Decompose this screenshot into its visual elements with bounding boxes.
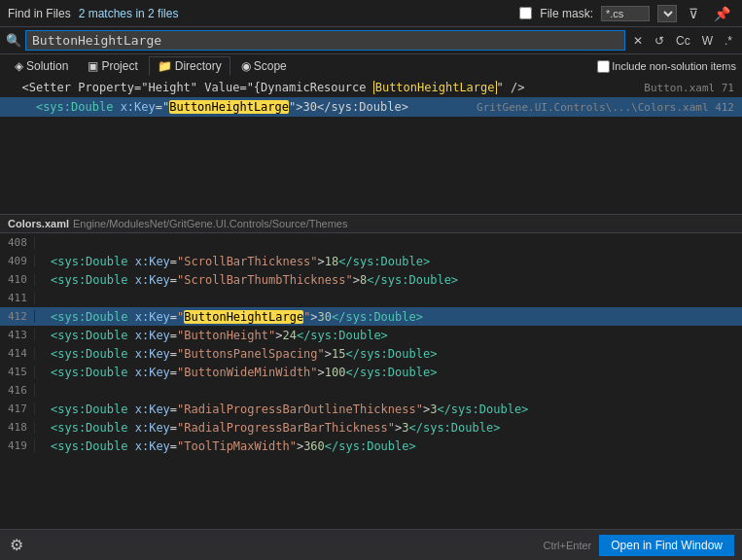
- bottom-bar: ⚙ Ctrl+Enter Open in Find Window: [0, 529, 742, 560]
- result-text: <Setter Property="Height" Value="{Dynami…: [8, 81, 640, 94]
- code-line: 417<sys:Double x:Key="RadialProgressBarO…: [0, 400, 742, 418]
- solution-icon: ◈: [15, 59, 23, 73]
- scope-row: ◈ Solution ▣ Project 📁 Directory ◉ Scope…: [0, 54, 742, 78]
- line-content: <sys:Double x:Key="RadialProgressBarOutl…: [35, 402, 742, 416]
- line-number: 409: [0, 255, 35, 267]
- settings-gear-button[interactable]: ⚙: [8, 534, 25, 556]
- scope-icon: ◉: [241, 59, 251, 73]
- code-line: 410<sys:Double x:Key="ScrollBarThumbThic…: [0, 270, 742, 289]
- code-line: 418<sys:Double x:Key="RadialProgressBarB…: [0, 418, 742, 437]
- code-line: 416: [0, 381, 742, 400]
- code-line: 409<sys:Double x:Key="ScrollBarThickness…: [0, 252, 742, 270]
- line-number: 419: [0, 439, 35, 452]
- file-mask-input[interactable]: [601, 6, 650, 21]
- include-non-solution-checkbox[interactable]: [597, 60, 610, 73]
- clear-search-button[interactable]: ✕: [629, 33, 647, 49]
- empty-spacer: [0, 136, 742, 214]
- line-content: <sys:Double x:Key="ButtonWideMinWidth">1…: [35, 366, 742, 379]
- code-line: 411: [0, 289, 742, 307]
- code-line: 414<sys:Double x:Key="ButtonsPanelSpacin…: [0, 344, 742, 363]
- line-content: <sys:Double x:Key="RadialProgressBarBarT…: [35, 421, 742, 435]
- pin-icon-button[interactable]: 📌: [710, 4, 734, 23]
- find-in-files-panel: Find in Files 2 matches in 2 files File …: [0, 0, 742, 560]
- result-meta: Button.xaml 71: [644, 82, 734, 94]
- file-name: Colors.xaml: [8, 218, 69, 229]
- line-content: <sys:Double x:Key="ScrollBarThumbThickne…: [35, 273, 742, 287]
- regex-button[interactable]: .*: [721, 33, 736, 49]
- result-meta: GritGene.UI.Controls\...\Colors.xaml 412: [477, 101, 734, 114]
- tab-scope[interactable]: ◉ Scope: [232, 56, 296, 76]
- result-highlight: ButtonHeightLarge: [373, 81, 497, 94]
- directory-icon: 📁: [158, 59, 172, 73]
- whole-word-button[interactable]: W: [698, 33, 717, 49]
- match-count: 2 matches in 2 files: [79, 7, 179, 20]
- result-text: <sys:Double x:Key="ButtonHeightLarge">30…: [8, 100, 473, 114]
- code-line: 412<sys:Double x:Key="ButtonHeightLarge"…: [0, 307, 742, 326]
- code-line: 419<sys:Double x:Key="ToolTipMaxWidth">3…: [0, 437, 742, 455]
- line-content: <sys:Double x:Key="ToolTipMaxWidth">360<…: [35, 439, 742, 453]
- line-content: <sys:Double x:Key="ButtonHeightLarge">30…: [35, 310, 742, 324]
- line-content: <sys:Double x:Key="ButtonsPanelSpacing">…: [35, 347, 742, 361]
- bottom-right: Ctrl+Enter Open in Find Window: [543, 535, 734, 556]
- tab-directory[interactable]: 📁 Directory: [149, 56, 230, 76]
- file-mask-label: File mask:: [540, 7, 593, 20]
- line-number: 418: [0, 421, 35, 434]
- line-number: 408: [0, 236, 35, 249]
- panel-title: Find in Files: [8, 7, 71, 20]
- result-row[interactable]: <sys:Double x:Key="ButtonHeightLarge">30…: [0, 97, 742, 117]
- result-row[interactable]: <Setter Property="Height" Value="{Dynami…: [0, 78, 742, 97]
- tab-project[interactable]: ▣ Project: [79, 56, 146, 76]
- code-highlight: ButtonHeightLarge: [184, 310, 303, 324]
- open-in-find-window-button[interactable]: Open in Find Window: [599, 535, 734, 556]
- tab-solution[interactable]: ◈ Solution: [6, 56, 77, 76]
- file-path: Engine/ModulesNet/GritGene.UI.Controls/S…: [73, 218, 347, 229]
- bottom-left: ⚙: [8, 534, 25, 556]
- file-header: Colors.xaml Engine/ModulesNet/GritGene.U…: [0, 215, 742, 233]
- result-highlight: ButtonHeightLarge: [169, 100, 289, 114]
- file-mask-checkbox[interactable]: [519, 7, 532, 19]
- match-case-button[interactable]: Cc: [672, 33, 694, 49]
- line-number: 414: [0, 347, 35, 360]
- line-number: 413: [0, 329, 35, 341]
- line-number: 415: [0, 366, 35, 378]
- line-number: 411: [0, 292, 35, 304]
- search-input[interactable]: [25, 30, 625, 51]
- filter-icon-button[interactable]: ⊽: [685, 4, 702, 23]
- line-number: 416: [0, 384, 35, 397]
- code-line: 413<sys:Double x:Key="ButtonHeight">24</…: [0, 326, 742, 344]
- code-preview: Colors.xaml Engine/ModulesNet/GritGene.U…: [0, 214, 742, 560]
- search-row: 🔍 ✕ ↺ Cc W .*: [0, 27, 742, 54]
- code-line: 408: [0, 233, 742, 252]
- search-icon: 🔍: [6, 33, 21, 49]
- line-content: <sys:Double x:Key="ButtonHeight">24</sys…: [35, 329, 742, 342]
- line-number: 412: [0, 310, 35, 323]
- results-area: <Setter Property="Height" Value="{Dynami…: [0, 78, 742, 136]
- line-number: 417: [0, 402, 35, 415]
- code-lines: 408409<sys:Double x:Key="ScrollBarThickn…: [0, 233, 742, 455]
- refresh-button[interactable]: ↺: [651, 33, 668, 49]
- code-line: 415<sys:Double x:Key="ButtonWideMinWidth…: [0, 363, 742, 381]
- include-non-solution-label: Include non-solution items: [612, 60, 736, 72]
- file-mask-dropdown[interactable]: *.cs: [657, 5, 677, 22]
- title-bar: Find in Files 2 matches in 2 files File …: [0, 0, 742, 27]
- project-icon: ▣: [88, 59, 98, 73]
- shortcut-label: Ctrl+Enter: [543, 540, 591, 551]
- line-content: <sys:Double x:Key="ScrollBarThickness">1…: [35, 255, 742, 268]
- line-number: 410: [0, 273, 35, 286]
